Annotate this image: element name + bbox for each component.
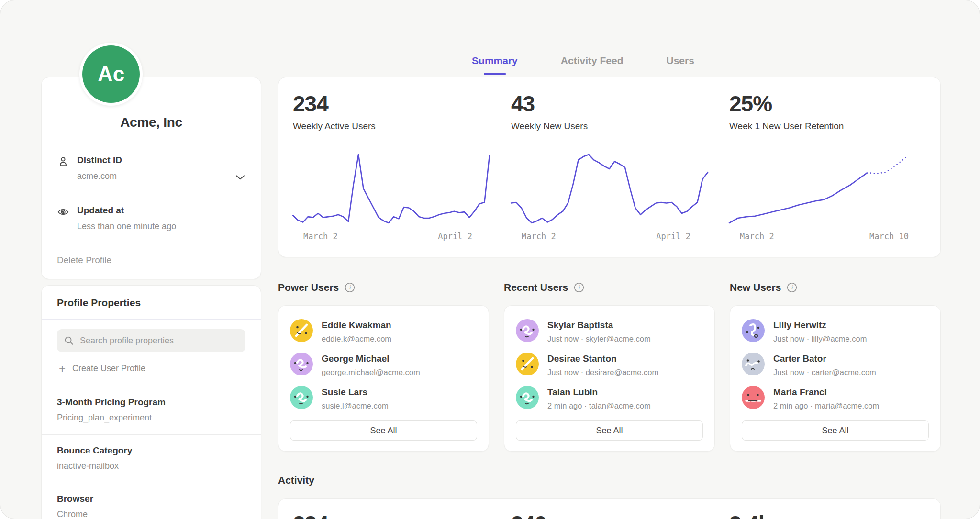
- svg-text:i: i: [349, 284, 351, 291]
- user-row[interactable]: Maria Franci 2 min ago · maria@acme.com: [742, 386, 929, 410]
- weekly-active-users-panel: 234 Weekly Active Users March 2 April 2: [293, 93, 490, 238]
- property-value: Chrome: [57, 509, 245, 519]
- user-avatar: [742, 386, 765, 409]
- profile-properties-card: Profile Properties + Create User Profile…: [41, 285, 261, 519]
- profile-card: Acme, Inc Distinct ID acme.com: [41, 77, 261, 279]
- recent-users-card: Skylar Baptista Just now · skyler@acme.c…: [504, 305, 715, 452]
- see-all-button[interactable]: See All: [742, 420, 929, 441]
- stat-label: Week 1 New User Retention: [729, 121, 926, 132]
- delete-profile-row: Delete Profile: [42, 243, 261, 279]
- new-users-section: New Users i Lilly Herwitz Just now · lil…: [730, 281, 941, 452]
- info-icon[interactable]: i: [345, 282, 355, 293]
- weekly-active-users-chart: [293, 152, 490, 226]
- create-user-profile-label: Create User Profile: [72, 364, 145, 374]
- user-name: Maria Franci: [773, 386, 879, 398]
- search-profile-properties[interactable]: [57, 329, 245, 352]
- user-name: Desirae Stanton: [547, 353, 658, 364]
- field-value: Less than one minute ago: [77, 221, 176, 232]
- field-distinct-id: Distinct ID acme.com: [42, 143, 261, 193]
- field-updated-at: Updated at Less than one minute ago: [42, 193, 261, 243]
- user-detail: Just now · carter@acme.com: [773, 368, 876, 377]
- x-tick: April 2: [656, 232, 690, 241]
- user-row[interactable]: Lilly Herwitz Just now · lilly@acme.com: [742, 319, 929, 343]
- user-avatar: [516, 353, 539, 375]
- svg-text:i: i: [791, 284, 793, 291]
- user-name: Susie Lars: [322, 386, 389, 398]
- field-value: acme.com: [77, 171, 122, 181]
- search-input[interactable]: [79, 335, 239, 346]
- stat-value: 234: [293, 93, 490, 115]
- new-users-card: Lilly Herwitz Just now · lilly@acme.com …: [730, 305, 941, 452]
- user-detail: 2 min ago · maria@acme.com: [773, 401, 879, 410]
- stat-label: Weekly Active Users: [293, 121, 490, 132]
- retention-panel: 25% Week 1 New User Retention March 2 Ma…: [729, 93, 926, 238]
- eye-icon: [57, 206, 69, 218]
- user-row[interactable]: Desirae Stanton Just now · desirare@acme…: [516, 353, 703, 377]
- section-title: New Users: [730, 282, 781, 293]
- tab-bar: Summary Activity Feed Users: [278, 48, 941, 77]
- field-label: Distinct ID: [77, 155, 122, 166]
- info-icon[interactable]: i: [787, 282, 797, 293]
- x-axis-ticks: March 2 March 10: [729, 232, 926, 241]
- power-users-section: Power Users i Eddie Kwakman eddie.k@acme…: [278, 281, 489, 452]
- person-icon: [57, 155, 69, 168]
- activity-stat: 3.4k: [729, 513, 926, 519]
- user-detail: Just now · desirare@acme.com: [547, 368, 658, 377]
- user-name: Lilly Herwitz: [773, 319, 867, 331]
- user-detail: Just now · lilly@acme.com: [773, 334, 867, 343]
- tab-summary[interactable]: Summary: [469, 48, 521, 73]
- user-detail: Just now · skyler@acme.com: [547, 334, 651, 343]
- user-detail: eddie.k@acme.com: [322, 334, 391, 343]
- profile-properties-title: Profile Properties: [42, 286, 261, 319]
- x-tick: March 10: [869, 232, 909, 241]
- summary-stats-card: 234 Weekly Active Users March 2 April 2 …: [278, 77, 941, 257]
- x-tick: March 2: [522, 232, 556, 241]
- retention-chart: [729, 152, 926, 226]
- user-row[interactable]: Susie Lars susie.l@acme.com: [290, 386, 477, 410]
- main-content: Summary Activity Feed Users 234 Weekly A…: [278, 48, 941, 519]
- tab-users[interactable]: Users: [664, 48, 697, 73]
- app-window: Ac Acme, Inc Distinct ID acme.com: [0, 0, 980, 519]
- x-tick: March 2: [303, 232, 338, 241]
- tab-label: Summary: [472, 55, 518, 66]
- user-row[interactable]: Talan Lubin 2 min ago · talan@acme.com: [516, 386, 703, 410]
- user-row[interactable]: Carter Bator Just now · carter@acme.com: [742, 353, 929, 377]
- user-avatar: [742, 353, 765, 375]
- user-row[interactable]: George Michael george.michael@acme.com: [290, 353, 477, 377]
- user-avatar: [516, 386, 539, 409]
- activity-title: Activity: [278, 475, 941, 486]
- activity-stat: 234: [293, 513, 490, 519]
- company-avatar-ring: Ac: [79, 43, 143, 106]
- see-all-button[interactable]: See All: [290, 420, 477, 441]
- see-all-button[interactable]: See All: [516, 420, 703, 441]
- chevron-down-icon[interactable]: [234, 171, 246, 183]
- user-detail: george.michael@acme.com: [322, 368, 420, 377]
- stat-value: 25%: [729, 93, 926, 115]
- delete-profile-button[interactable]: Delete Profile: [57, 255, 111, 265]
- user-sections: Power Users i Eddie Kwakman eddie.k@acme…: [278, 281, 941, 452]
- section-title: Power Users: [278, 282, 339, 293]
- user-name: Eddie Kwakman: [322, 319, 391, 331]
- property-value: inactive-mailbox: [57, 461, 245, 471]
- x-tick: April 2: [438, 232, 472, 241]
- company-avatar: Ac: [82, 45, 140, 103]
- tab-activity-feed[interactable]: Activity Feed: [558, 48, 626, 73]
- company-name: Acme, Inc: [42, 77, 261, 143]
- property-row[interactable]: 3-Month Pricing Program Pricing_plan_exp…: [42, 386, 261, 434]
- info-icon[interactable]: i: [574, 282, 584, 293]
- property-row[interactable]: Browser Chrome: [42, 483, 261, 519]
- x-axis-ticks: March 2 April 2: [511, 232, 708, 241]
- user-avatar: [516, 319, 539, 342]
- user-row[interactable]: Eddie Kwakman eddie.k@acme.com: [290, 319, 477, 343]
- user-name: Skylar Baptista: [547, 319, 651, 331]
- property-name: Bounce Category: [57, 445, 245, 456]
- x-tick: March 2: [740, 232, 774, 241]
- weekly-new-users-chart: [511, 152, 708, 226]
- user-detail: 2 min ago · talan@acme.com: [547, 401, 651, 410]
- weekly-new-users-panel: 43 Weekly New Users March 2 April 2: [511, 93, 708, 238]
- user-name: Carter Bator: [773, 353, 876, 364]
- user-row[interactable]: Skylar Baptista Just now · skyler@acme.c…: [516, 319, 703, 343]
- create-user-profile-button[interactable]: + Create User Profile: [42, 352, 163, 386]
- property-row[interactable]: Bounce Category inactive-mailbox: [42, 434, 261, 483]
- x-axis-ticks: March 2 April 2: [293, 232, 490, 241]
